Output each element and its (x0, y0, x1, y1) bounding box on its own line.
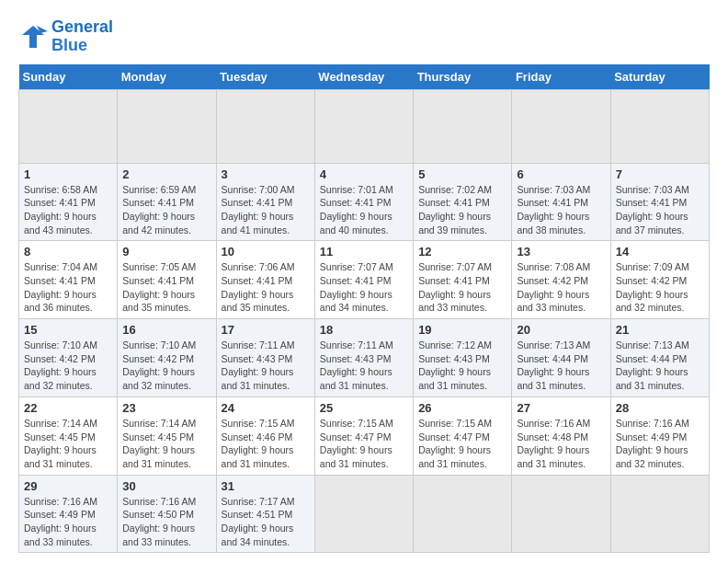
cell-info: Sunrise: 7:16 AMSunset: 4:48 PMDaylight:… (517, 417, 605, 471)
calendar-cell: 17Sunrise: 7:11 AMSunset: 4:43 PMDayligh… (216, 319, 314, 397)
cell-info: Sunrise: 7:15 AMSunset: 4:47 PMDaylight:… (320, 417, 408, 471)
calendar-week-4: 15Sunrise: 7:10 AMSunset: 4:42 PMDayligh… (19, 319, 710, 397)
cell-info: Sunrise: 7:07 AMSunset: 4:41 PMDaylight:… (320, 260, 408, 315)
cell-info: Sunrise: 7:10 AMSunset: 4:42 PMDaylight:… (122, 339, 210, 393)
cell-info: Sunrise: 7:16 AMSunset: 4:49 PMDaylight:… (24, 495, 112, 549)
day-number: 30 (122, 479, 210, 493)
day-number: 10 (222, 245, 310, 259)
day-number: 17 (222, 323, 310, 337)
weekday-header-friday: Friday (512, 64, 610, 90)
cell-info: Sunrise: 7:10 AMSunset: 4:42 PMDaylight:… (24, 339, 112, 393)
day-number: 6 (517, 167, 605, 181)
calendar-cell: 5Sunrise: 7:02 AMSunset: 4:41 PMDaylight… (414, 163, 512, 241)
calendar-cell: 28Sunrise: 7:16 AMSunset: 4:49 PMDayligh… (610, 396, 709, 475)
calendar-cell: 24Sunrise: 7:15 AMSunset: 4:46 PMDayligh… (216, 396, 314, 475)
calendar-cell (216, 89, 314, 163)
weekday-header-monday: Monday (118, 64, 216, 90)
calendar-cell (314, 89, 413, 163)
day-number: 5 (418, 167, 506, 181)
calendar-cell: 27Sunrise: 7:16 AMSunset: 4:48 PMDayligh… (512, 396, 610, 475)
calendar-cell: 11Sunrise: 7:07 AMSunset: 4:41 PMDayligh… (314, 241, 413, 319)
cell-info: Sunrise: 7:08 AMSunset: 4:42 PMDaylight:… (517, 260, 605, 315)
calendar-cell: 9Sunrise: 7:05 AMSunset: 4:41 PMDaylight… (118, 241, 216, 319)
calendar-cell: 21Sunrise: 7:13 AMSunset: 4:44 PMDayligh… (610, 319, 709, 397)
calendar-cell: 1Sunrise: 6:58 AMSunset: 4:41 PMDaylight… (19, 163, 118, 241)
calendar-week-3: 8Sunrise: 7:04 AMSunset: 4:41 PMDaylight… (19, 241, 710, 319)
cell-info: Sunrise: 7:02 AMSunset: 4:41 PMDaylight:… (418, 183, 506, 237)
day-number: 13 (517, 245, 605, 259)
cell-info: Sunrise: 6:58 AMSunset: 4:41 PMDaylight:… (24, 183, 112, 237)
calendar-week-2: 1Sunrise: 6:58 AMSunset: 4:41 PMDaylight… (19, 163, 710, 241)
day-number: 9 (122, 245, 210, 259)
cell-info: Sunrise: 7:13 AMSunset: 4:44 PMDaylight:… (616, 339, 704, 393)
day-number: 11 (320, 245, 408, 259)
calendar-cell (19, 89, 118, 163)
cell-info: Sunrise: 7:15 AMSunset: 4:46 PMDaylight:… (222, 417, 310, 471)
cell-info: Sunrise: 7:11 AMSunset: 4:43 PMDaylight:… (222, 339, 310, 393)
cell-info: Sunrise: 7:07 AMSunset: 4:41 PMDaylight:… (418, 260, 506, 315)
calendar-cell: 10Sunrise: 7:06 AMSunset: 4:41 PMDayligh… (216, 241, 314, 319)
calendar-cell: 7Sunrise: 7:03 AMSunset: 4:41 PMDaylight… (610, 163, 709, 241)
cell-info: Sunrise: 7:00 AMSunset: 4:41 PMDaylight:… (222, 183, 310, 237)
weekday-header-sunday: Sunday (19, 64, 118, 90)
day-number: 12 (418, 245, 506, 259)
cell-info: Sunrise: 7:12 AMSunset: 4:43 PMDaylight:… (418, 339, 506, 393)
cell-info: Sunrise: 7:03 AMSunset: 4:41 PMDaylight:… (616, 183, 704, 237)
cell-info: Sunrise: 7:05 AMSunset: 4:41 PMDaylight:… (122, 260, 210, 315)
logo-general: General (51, 17, 113, 36)
calendar-cell (414, 475, 512, 553)
calendar-cell: 2Sunrise: 6:59 AMSunset: 4:41 PMDaylight… (118, 163, 216, 241)
cell-info: Sunrise: 7:17 AMSunset: 4:51 PMDaylight:… (222, 495, 310, 549)
calendar-cell: 8Sunrise: 7:04 AMSunset: 4:41 PMDaylight… (19, 241, 118, 319)
cell-info: Sunrise: 6:59 AMSunset: 4:41 PMDaylight:… (122, 183, 210, 237)
day-number: 19 (418, 323, 506, 337)
weekday-header-row: SundayMondayTuesdayWednesdayThursdayFrid… (19, 64, 710, 90)
calendar-cell: 20Sunrise: 7:13 AMSunset: 4:44 PMDayligh… (512, 319, 610, 397)
cell-info: Sunrise: 7:06 AMSunset: 4:41 PMDaylight:… (222, 260, 310, 315)
calendar-cell: 6Sunrise: 7:03 AMSunset: 4:41 PMDaylight… (512, 163, 610, 241)
weekday-header-saturday: Saturday (610, 64, 709, 90)
calendar-cell: 23Sunrise: 7:14 AMSunset: 4:45 PMDayligh… (118, 396, 216, 475)
weekday-header-wednesday: Wednesday (314, 64, 413, 90)
calendar-cell: 16Sunrise: 7:10 AMSunset: 4:42 PMDayligh… (118, 319, 216, 397)
logo-blue: Blue (51, 36, 87, 54)
logo: General Blue (18, 18, 113, 55)
calendar-cell: 19Sunrise: 7:12 AMSunset: 4:43 PMDayligh… (414, 319, 512, 397)
day-number: 28 (616, 401, 704, 415)
calendar-cell: 13Sunrise: 7:08 AMSunset: 4:42 PMDayligh… (512, 241, 610, 319)
day-number: 20 (517, 323, 605, 337)
logo-text: General Blue (51, 18, 113, 55)
cell-info: Sunrise: 7:09 AMSunset: 4:42 PMDaylight:… (616, 260, 704, 315)
calendar-cell (512, 475, 610, 553)
day-number: 23 (122, 401, 210, 415)
calendar-cell: 3Sunrise: 7:00 AMSunset: 4:41 PMDaylight… (216, 163, 314, 241)
calendar-cell: 22Sunrise: 7:14 AMSunset: 4:45 PMDayligh… (19, 396, 118, 475)
weekday-header-thursday: Thursday (414, 64, 512, 90)
page-header: General Blue (18, 18, 710, 55)
calendar-cell: 29Sunrise: 7:16 AMSunset: 4:49 PMDayligh… (19, 475, 118, 553)
day-number: 22 (24, 401, 112, 415)
day-number: 24 (222, 401, 310, 415)
calendar-cell: 26Sunrise: 7:15 AMSunset: 4:47 PMDayligh… (414, 396, 512, 475)
calendar-cell: 12Sunrise: 7:07 AMSunset: 4:41 PMDayligh… (414, 241, 512, 319)
cell-info: Sunrise: 7:04 AMSunset: 4:41 PMDaylight:… (24, 260, 112, 315)
cell-info: Sunrise: 7:16 AMSunset: 4:50 PMDaylight:… (122, 495, 210, 549)
calendar-cell: 30Sunrise: 7:16 AMSunset: 4:50 PMDayligh… (118, 475, 216, 553)
day-number: 27 (517, 401, 605, 415)
cell-info: Sunrise: 7:03 AMSunset: 4:41 PMDaylight:… (517, 183, 605, 237)
cell-info: Sunrise: 7:16 AMSunset: 4:49 PMDaylight:… (616, 417, 704, 471)
day-number: 15 (24, 323, 112, 337)
calendar-cell (314, 475, 413, 553)
calendar-table: SundayMondayTuesdayWednesdayThursdayFrid… (18, 64, 710, 554)
cell-info: Sunrise: 7:13 AMSunset: 4:44 PMDaylight:… (517, 339, 605, 393)
calendar-week-6: 29Sunrise: 7:16 AMSunset: 4:49 PMDayligh… (19, 475, 710, 553)
calendar-cell (414, 89, 512, 163)
calendar-week-1 (19, 89, 710, 163)
day-number: 3 (222, 167, 310, 181)
day-number: 1 (24, 167, 112, 181)
day-number: 7 (616, 167, 704, 181)
calendar-cell (512, 89, 610, 163)
day-number: 14 (616, 245, 704, 259)
day-number: 21 (616, 323, 704, 337)
day-number: 25 (320, 401, 408, 415)
